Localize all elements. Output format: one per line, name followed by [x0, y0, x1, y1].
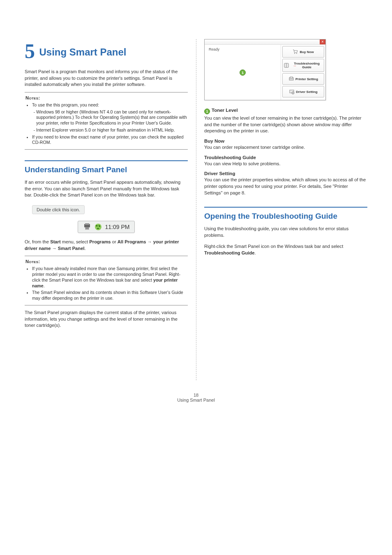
- cart-icon: [293, 49, 298, 55]
- notes1-item-1: To use the this program, you need: Windo…: [32, 102, 187, 133]
- notes-heading-2: Notes:: [25, 259, 40, 264]
- feature-toner-level: 1Toner Level You can view the level of t…: [204, 108, 367, 134]
- svg-rect-11: [290, 77, 293, 78]
- chapter-title: Using Smart Panel: [39, 46, 126, 58]
- page-number: 18: [25, 393, 367, 398]
- smart-panel-window: × Ready 1 Buy Now Troubleshootin: [204, 39, 326, 100]
- page-footer-label: Using Smart Panel: [25, 398, 367, 402]
- right-intro: The Smart Panel program displays the cur…: [25, 310, 188, 329]
- printer-setting-button[interactable]: Printer Setting: [282, 73, 324, 85]
- section-title-understanding: Understanding Smart Panel: [25, 160, 188, 175]
- callout-badge-1: 1: [204, 109, 210, 114]
- sp-callout-badge: 1: [240, 69, 246, 76]
- svg-point-5: [95, 224, 101, 230]
- column-divider: [196, 39, 196, 380]
- notes-heading-1: Notes:: [25, 95, 40, 100]
- feature-troubleshooting: Troubleshooting Guide You can view Help …: [204, 155, 367, 167]
- notes1-sub-1: Windows 98 or higher (Windows NT 4.0 can…: [36, 109, 187, 126]
- chapter-heading: 5 Using Smart Panel: [25, 39, 188, 63]
- notes2-item-2: The Smart Panel window and its contents …: [32, 290, 187, 301]
- section2-p2: Right-click the Smart Panel icon on the …: [204, 243, 367, 256]
- close-icon[interactable]: ×: [320, 39, 325, 44]
- book-icon: [284, 62, 289, 68]
- feature-driver-text: You can use the printer properties windo…: [204, 177, 367, 196]
- svg-rect-4: [85, 229, 89, 229]
- notes1-item-2: If you need to know the exact name of yo…: [32, 134, 187, 146]
- notes1-sub-2: Internet Explorer version 5.0 or higher …: [36, 127, 187, 133]
- feature-buy-now: Buy Now You can order replacement toner …: [204, 139, 367, 151]
- driver-setting-icon: [289, 89, 295, 95]
- feature-toner-text: You can view the level of toner remainin…: [204, 115, 367, 134]
- notes-box-2: Notes: If you have already installed mor…: [25, 256, 188, 305]
- globe-icon: [95, 223, 102, 231]
- section-title-troubleshooting: Opening the Troubleshooting Guide: [204, 207, 367, 221]
- svg-rect-1: [85, 223, 89, 225]
- buy-now-button[interactable]: Buy Now: [282, 46, 324, 58]
- notes-box-1: Notes: To use the this program, you need…: [25, 92, 188, 150]
- sp-status-text: Ready: [209, 47, 277, 51]
- section2-p1: Using the troubleshooting guide, you can…: [204, 226, 367, 238]
- chapter-number: 5: [25, 39, 35, 62]
- notes2-item-1: If you have already installed more than …: [32, 266, 187, 289]
- svg-point-6: [294, 53, 295, 54]
- sp-titlebar: ×: [205, 39, 325, 45]
- double-click-callout: Double click this icon.: [32, 205, 85, 214]
- taskbar-tray: 11:09 PM: [78, 221, 135, 233]
- feature-driver-setting: Driver Setting You can use the printer p…: [204, 171, 367, 196]
- taskbar-time: 11:09 PM: [105, 224, 130, 230]
- taskbar-tray-figure: 11:09 PM: [25, 221, 188, 233]
- svg-point-7: [296, 53, 297, 54]
- intro-paragraph: Smart Panel is a program that monitors a…: [25, 69, 188, 88]
- troubleshooting-label-rest: roubleshooting Guide: [296, 62, 320, 69]
- driver-setting-button[interactable]: Driver Setting: [282, 86, 324, 97]
- feature-buy-text: You can order replacement toner cartridg…: [204, 144, 367, 151]
- svg-point-13: [292, 92, 294, 94]
- feature-trouble-text: You can view Help to solve problems.: [204, 161, 367, 167]
- page-footer: 18 Using Smart Panel: [25, 393, 367, 402]
- printer-setting-icon: [288, 76, 294, 82]
- troubleshooting-guide-button[interactable]: Troubleshooting Guide: [282, 59, 324, 72]
- section1-p1: If an error occurs while printing, Smart…: [25, 179, 188, 199]
- svg-rect-3: [85, 228, 89, 228]
- printer-icon: [83, 223, 91, 231]
- section1-p2: Or, from the Start menu, select Programs…: [25, 239, 188, 252]
